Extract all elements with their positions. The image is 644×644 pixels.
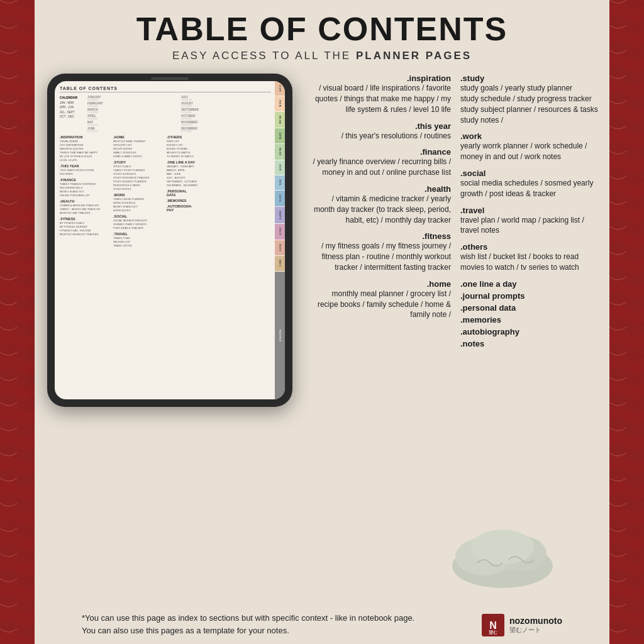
left-border xyxy=(0,0,35,644)
tab-notes[interactable]: NOTES xyxy=(275,272,285,399)
svg-text:望む: 望む xyxy=(489,630,497,635)
section-personaldata: .personal data xyxy=(460,303,600,313)
tablet-screen: TABLE OF CONTENTS CALENDAR JAN - MAR APR… xyxy=(55,81,285,399)
subtitle-plain: EASY ACCESS TO ALL THE xyxy=(172,50,356,62)
section-thisyear-name: .this year xyxy=(311,121,451,131)
right-sections: .inspiration / visual board / life inspi… xyxy=(299,74,609,642)
brand-japanese: 望むノート xyxy=(509,626,562,635)
section-work-name: .work xyxy=(460,131,600,141)
svg-rect-3 xyxy=(609,0,644,644)
tab-feb[interactable]: FEB xyxy=(275,96,285,111)
section-autobiography-name: .autobiography xyxy=(460,327,600,336)
section-travel: .travel travel plan / world map / packin… xyxy=(460,206,600,236)
section-finance: .finance / yearly finance overview / rec… xyxy=(311,147,451,178)
page-title: TABLE OF CONTENTS xyxy=(35,11,609,47)
section-fitness-desc: / my fitness goals / my fitness journey … xyxy=(311,241,451,272)
subtitle-bold: PLANNER PAGES xyxy=(356,50,472,62)
tab-jan[interactable]: JAN xyxy=(275,81,285,96)
svg-text:N: N xyxy=(489,620,497,631)
section-fitness: .fitness / my fitness goals / my fitness… xyxy=(311,231,451,272)
section-journalprompts: .journal prompts xyxy=(460,291,600,301)
bottom-area: *You can use this page as index to secti… xyxy=(69,606,575,644)
tab-apr[interactable]: APR xyxy=(275,128,285,143)
section-onelineaday-name: .one line a day xyxy=(460,279,600,289)
section-social-name: .social xyxy=(460,169,600,178)
tab-jul[interactable]: JUL xyxy=(275,175,285,190)
tab-sept[interactable]: SEPT xyxy=(275,207,285,224)
sections-column-right: .study study goals / yearly study planne… xyxy=(460,74,600,642)
section-health-name: .health xyxy=(311,184,451,194)
tablet-camera xyxy=(151,77,189,80)
section-inspiration: .inspiration / visual board / life inspi… xyxy=(311,74,451,114)
body-layout: TABLE OF CONTENTS CALENDAR JAN - MAR APR… xyxy=(35,67,609,642)
section-work: .work yearly worrk planner / work schedu… xyxy=(460,131,600,162)
page-subtitle: EASY ACCESS TO ALL THE PLANNER PAGES xyxy=(35,50,609,62)
tab-aug[interactable]: AUG xyxy=(275,191,285,206)
section-social-desc: social media schedules / sosmed yearly g… xyxy=(460,178,600,199)
tab-dec[interactable]: DEC xyxy=(275,256,285,271)
tablet-container: TABLE OF CONTENTS CALENDAR JAN - MAR APR… xyxy=(35,74,299,642)
section-this-year: .this year / this year's resolutions / r… xyxy=(311,121,451,142)
section-study-desc: study goals / yearly study planner study… xyxy=(460,83,600,125)
tab-oct[interactable]: OCT xyxy=(275,224,285,239)
section-memories-name: .memories xyxy=(460,315,600,325)
section-finance-desc: / yearly finance overview / recurring bi… xyxy=(311,157,451,178)
section-study-name: .study xyxy=(460,74,600,83)
tab-mar[interactable]: MAR xyxy=(275,112,285,128)
section-others: .others wish list / bucket list / books … xyxy=(460,242,600,273)
tablet-toc-header: TABLE OF CONTENTS xyxy=(60,86,271,92)
section-home-name: .home xyxy=(311,279,451,289)
section-home-desc: monthly meal planner / grocery list / re… xyxy=(311,289,451,320)
section-others-desc: wish list / bucket list / books to read … xyxy=(460,252,600,273)
brand-text: nozomunoto 望むノート xyxy=(509,616,562,635)
right-border xyxy=(609,0,644,644)
section-home: .home monthly meal planner / grocery lis… xyxy=(311,279,451,320)
section-fitness-name: .fitness xyxy=(311,231,451,241)
section-health: .health / vitamin & medicine tracker / y… xyxy=(311,184,451,225)
section-notes: .notes xyxy=(460,339,600,348)
brand-logo: N 望む nozomunoto 望むノート xyxy=(482,614,562,636)
section-personaldata-name: .personal data xyxy=(460,303,600,313)
section-inspiration-name: .inspiration xyxy=(311,74,451,83)
section-finance-name: .finance xyxy=(311,147,451,157)
brand-name: nozomunoto xyxy=(509,616,562,626)
sections-column-left: .inspiration / visual board / life inspi… xyxy=(311,74,451,642)
section-onelineaday: .one line a day xyxy=(460,279,600,289)
main-content: TABLE OF CONTENTS EASY ACCESS TO ALL THE… xyxy=(35,0,609,644)
section-social: .social social media schedules / sosmed … xyxy=(460,169,600,199)
brand-icon: N 望む xyxy=(482,614,504,636)
bottom-note: *You can use this page as index to secti… xyxy=(82,612,414,636)
section-others-name: .others xyxy=(460,242,600,252)
section-notes-name: .notes xyxy=(460,339,600,348)
tab-jun[interactable]: JUN xyxy=(275,160,285,175)
tab-may[interactable]: MAY xyxy=(275,144,285,160)
section-memories: .memories xyxy=(460,315,600,325)
section-travel-name: .travel xyxy=(460,206,600,215)
section-autobiography: .autobiography xyxy=(460,327,600,336)
tablet-sidebar-tabs: JAN FEB MAR APR MAY JUN JUL AUG SEPT OCT… xyxy=(275,81,285,399)
section-study: .study study goals / yearly study planne… xyxy=(460,74,600,125)
section-work-desc: yearly worrk planner / work schedule / m… xyxy=(460,141,600,162)
section-inspiration-desc: / visual board / life inspirations / fav… xyxy=(311,83,451,114)
tablet-main-area: TABLE OF CONTENTS CALENDAR JAN - MAR APR… xyxy=(55,81,275,399)
header: TABLE OF CONTENTS EASY ACCESS TO ALL THE… xyxy=(35,0,609,67)
section-journalprompts-name: .journal prompts xyxy=(460,291,600,301)
section-thisyear-desc: / this year's resolutions / routines xyxy=(311,131,451,142)
section-travel-desc: travel plan / world map / packing list /… xyxy=(460,215,600,236)
svg-rect-1 xyxy=(0,0,35,644)
tablet-mockup: TABLE OF CONTENTS CALENDAR JAN - MAR APR… xyxy=(47,74,292,407)
section-health-desc: / vitamin & medicine tracker / yearly mo… xyxy=(311,194,451,225)
tab-nov[interactable]: NOV xyxy=(275,240,285,256)
